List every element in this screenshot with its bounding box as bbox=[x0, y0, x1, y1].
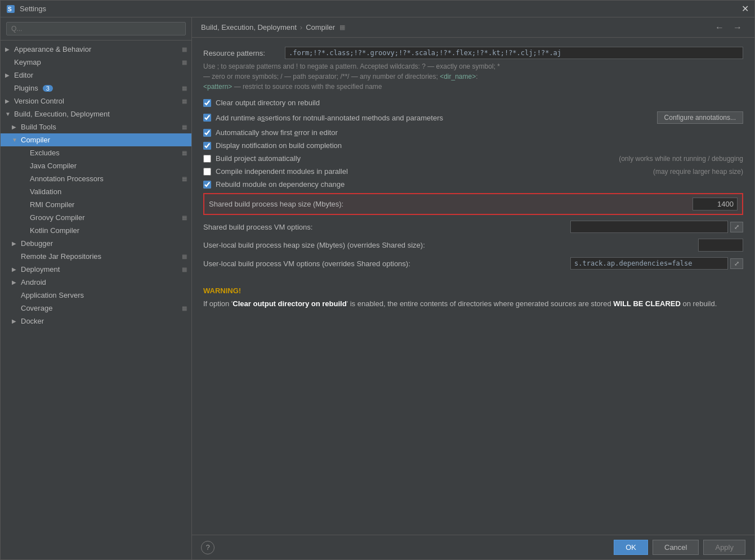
hint-line2: — zero or more symbols; / — path separat… bbox=[203, 73, 478, 80]
user-heap-input[interactable] bbox=[698, 239, 743, 252]
checkbox-rebuild-module-input[interactable] bbox=[203, 181, 211, 189]
svg-text:S: S bbox=[8, 6, 12, 12]
sidebar-item-coverage[interactable]: Coverage▦ bbox=[1, 302, 191, 315]
sidebar-item-keymap[interactable]: Keymap▦ bbox=[1, 56, 191, 69]
checkbox-add-assertions-label[interactable]: Add runtime assertions for notnull-annot… bbox=[216, 114, 657, 122]
sidebar-item-label: Java Compiler bbox=[30, 162, 77, 170]
close-button[interactable]: ✕ bbox=[741, 3, 749, 14]
title-bar: S Settings ✕ bbox=[1, 1, 754, 17]
settings-icon: ▦ bbox=[182, 85, 187, 91]
main-content: ▶Appearance & Behavior▦Keymap▦▶EditorPlu… bbox=[1, 17, 754, 559]
checkbox-auto-show-input[interactable] bbox=[203, 129, 211, 137]
checkbox-compile-parallel-input[interactable] bbox=[203, 168, 211, 176]
breadcrumb-icon: ▦ bbox=[339, 24, 345, 31]
checkbox-add-assertions-input[interactable] bbox=[203, 114, 211, 122]
sidebar-item-build-exec-deploy[interactable]: ▼Build, Execution, Deployment bbox=[1, 107, 191, 120]
sidebar-item-annotation-processors[interactable]: Annotation Processors▦ bbox=[1, 172, 191, 185]
sidebar-item-validation[interactable]: Validation bbox=[1, 185, 191, 198]
checkbox-build-auto-label[interactable]: Build project automatically bbox=[216, 154, 610, 163]
arrow-icon: ▶ bbox=[5, 46, 12, 52]
user-vm-expand-button[interactable]: ⤢ bbox=[730, 258, 743, 269]
sidebar-item-label: Annotation Processors bbox=[30, 174, 104, 183]
ok-button[interactable]: OK bbox=[614, 540, 648, 555]
sidebar-item-label: Coverage bbox=[21, 304, 52, 312]
sidebar-item-version-control[interactable]: ▶Version Control▦ bbox=[1, 95, 191, 107]
sidebar-item-docker[interactable]: ▶Docker bbox=[1, 315, 191, 328]
checkbox-clear-output-input[interactable] bbox=[203, 99, 211, 107]
settings-window: S Settings ✕ ▶Appearance & Behavior▦Keym… bbox=[0, 0, 755, 560]
settings-icon: ▦ bbox=[182, 98, 187, 104]
cancel-button[interactable]: Cancel bbox=[653, 540, 699, 555]
nav-back-button[interactable]: ← bbox=[712, 21, 727, 34]
sidebar-item-java-compiler[interactable]: Java Compiler bbox=[1, 159, 191, 172]
sidebar-item-compiler[interactable]: ▼Compiler bbox=[1, 133, 191, 146]
sidebar-item-label: Build, Execution, Deployment bbox=[14, 110, 110, 118]
settings-icon: ▦ bbox=[182, 46, 187, 52]
settings-icon: ▦ bbox=[182, 305, 187, 311]
checkbox-build-auto: Build project automatically (only works … bbox=[203, 154, 743, 163]
sidebar-item-plugins[interactable]: Plugins3▦ bbox=[1, 82, 191, 95]
user-vm-options-row: User-local build process VM options (ove… bbox=[203, 257, 743, 270]
hint-text: Use ; to separate patterns and ! to nega… bbox=[203, 61, 743, 92]
configure-annotations-button[interactable]: Configure annotations... bbox=[657, 111, 743, 124]
vm-options-row: Shared build process VM options: ⤢ bbox=[203, 221, 743, 233]
sidebar-item-appearance[interactable]: ▶Appearance & Behavior▦ bbox=[1, 43, 191, 56]
checkbox-build-auto-input[interactable] bbox=[203, 155, 211, 163]
sidebar-item-label: RMI Compiler bbox=[30, 200, 74, 209]
vm-options-input[interactable] bbox=[570, 221, 728, 233]
heap-input[interactable] bbox=[693, 198, 738, 210]
checkbox-clear-output-label[interactable]: Clear output directory on rebuild bbox=[216, 98, 743, 107]
sidebar-item-label: Appearance & Behavior bbox=[14, 45, 91, 53]
sidebar-item-editor[interactable]: ▶Editor bbox=[1, 69, 191, 82]
warning-text: If option 'Clear output directory on reb… bbox=[203, 298, 743, 310]
search-input[interactable] bbox=[6, 22, 186, 35]
window-title: Settings bbox=[20, 5, 741, 13]
breadcrumb-parent: Build, Execution, Deployment bbox=[201, 23, 297, 32]
checkbox-rebuild-module: Rebuild module on dependency change bbox=[203, 180, 743, 189]
sidebar-item-application-servers[interactable]: Application Servers bbox=[1, 289, 191, 302]
resource-patterns-row: Resource patterns: bbox=[203, 47, 743, 59]
checkbox-rebuild-module-label[interactable]: Rebuild module on dependency change bbox=[216, 180, 743, 189]
user-vm-options-input[interactable] bbox=[570, 257, 728, 270]
apply-button[interactable]: Apply bbox=[703, 540, 745, 555]
checkbox-auto-show-label[interactable]: Automatically show first error in editor bbox=[216, 128, 743, 137]
settings-icon: ▦ bbox=[182, 266, 187, 272]
sidebar-item-label: Compiler bbox=[21, 136, 50, 144]
sidebar-item-build-tools[interactable]: ▶Build Tools▦ bbox=[1, 120, 191, 133]
checkbox-add-assertions: Add runtime assertions for notnull-annot… bbox=[203, 111, 743, 124]
help-button[interactable]: ? bbox=[201, 541, 215, 554]
sidebar-item-label: Excludes bbox=[30, 149, 60, 157]
sidebar-item-remote-jar-repos[interactable]: Remote Jar Repositories▦ bbox=[1, 250, 191, 263]
vm-options-expand-button[interactable]: ⤢ bbox=[730, 222, 743, 232]
user-heap-row: User-local build process heap size (Mbyt… bbox=[203, 239, 743, 252]
nav-forward-button[interactable]: → bbox=[730, 21, 745, 34]
sidebar-item-deployment[interactable]: ▶Deployment▦ bbox=[1, 263, 191, 276]
sidebar-item-label: Application Servers bbox=[21, 291, 84, 299]
arrow-icon: ▼ bbox=[12, 137, 19, 143]
arrow-icon: ▶ bbox=[12, 124, 19, 130]
settings-icon: ▦ bbox=[182, 176, 187, 182]
user-heap-label: User-local build process heap size (Mbyt… bbox=[203, 241, 698, 249]
sidebar-item-label: Keymap bbox=[14, 58, 41, 66]
sidebar-item-android[interactable]: ▶Android bbox=[1, 276, 191, 289]
warning-bold: Clear output directory on rebuild bbox=[233, 299, 346, 308]
warning-bold2: WILL BE CLEARED bbox=[613, 299, 681, 308]
sidebar-item-excludes[interactable]: Excludes▦ bbox=[1, 146, 191, 159]
arrow-icon: ▶ bbox=[5, 98, 12, 104]
checkbox-display-notification-input[interactable] bbox=[203, 142, 211, 150]
settings-icon: ▦ bbox=[182, 59, 187, 65]
heap-row: Shared build process heap size (Mbytes): bbox=[203, 193, 743, 215]
app-icon: S bbox=[6, 5, 15, 14]
settings-content: Resource patterns: Use ; to separate pat… bbox=[192, 38, 754, 535]
compile-parallel-side-note: (may require larger heap size) bbox=[644, 168, 743, 176]
sidebar-item-rmi-compiler[interactable]: RMI Compiler bbox=[1, 198, 191, 211]
arrow-icon: ▶ bbox=[12, 240, 19, 247]
checkbox-display-notification-label[interactable]: Display notification on build completion bbox=[216, 141, 743, 150]
hint-line1: Use ; to separate patterns and ! to nega… bbox=[203, 62, 500, 70]
sidebar-item-debugger[interactable]: ▶Debugger bbox=[1, 237, 191, 250]
checkbox-compile-parallel-label[interactable]: Compile independent modules in parallel bbox=[216, 167, 644, 176]
sidebar-item-kotlin-compiler[interactable]: Kotlin Compiler bbox=[1, 224, 191, 237]
resource-patterns-input[interactable] bbox=[285, 47, 743, 59]
breadcrumb-bar: Build, Execution, Deployment › Compiler … bbox=[192, 17, 754, 38]
sidebar-item-groovy-compiler[interactable]: Groovy Compiler▦ bbox=[1, 211, 191, 224]
